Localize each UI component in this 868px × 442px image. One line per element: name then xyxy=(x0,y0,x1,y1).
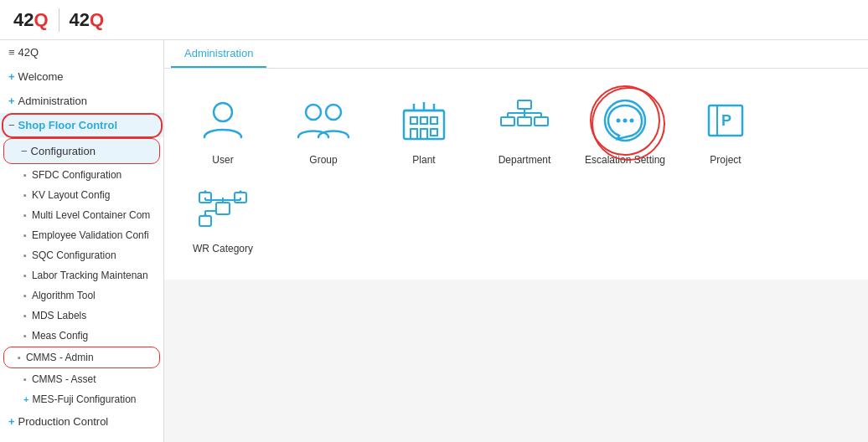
svg-rect-16 xyxy=(518,117,531,126)
sidebar-item-administration[interactable]: + Administration xyxy=(0,89,163,113)
svg-marker-31 xyxy=(203,190,208,193)
wr-category-label: WR Category xyxy=(193,243,253,254)
svg-rect-6 xyxy=(431,117,437,124)
svg-text:P: P xyxy=(721,112,731,129)
project-label: Project xyxy=(710,154,741,166)
sidebar-label-employee: Employee Validation Confi xyxy=(32,229,149,241)
sidebar: ≡ 42Q + Welcome + Administration − Shop … xyxy=(0,40,164,442)
minus-icon-shop-floor: − xyxy=(8,119,15,131)
sidebar-item-labor-tracking[interactable]: ▪ Labor Tracking Maintenan xyxy=(0,265,163,285)
icon-group[interactable]: Group xyxy=(282,94,365,166)
user-svg xyxy=(196,94,250,147)
plus-icon-mes-fuji: + xyxy=(23,394,28,404)
main-area: ≡ 42Q + Welcome + Administration − Shop … xyxy=(0,40,868,442)
sidebar-item-cmms-admin[interactable]: ▪ CMMS - Admin xyxy=(3,347,160,368)
sidebar-label-multi: Multi Level Container Com xyxy=(32,209,150,221)
sidebar-label-mes-fuji: MES-Fuji Configuration xyxy=(32,393,136,405)
sidebar-label-production: Production Control xyxy=(18,415,109,428)
svg-rect-5 xyxy=(421,117,427,124)
sidebar-label-sfdc: SFDC Configuration xyxy=(32,169,121,181)
plant-label: Plant xyxy=(412,154,435,166)
sidebar-item-sfdc-config[interactable]: ▪ SFDC Configuration xyxy=(0,165,163,185)
sidebar-label-cmms-asset: CMMS - Asset xyxy=(32,373,96,385)
icon-escalation-setting[interactable]: Escalation Setting xyxy=(583,94,667,166)
doc-icon-labor: ▪ xyxy=(23,270,27,280)
icon-department[interactable]: Department xyxy=(483,94,566,166)
svg-rect-4 xyxy=(411,117,417,124)
sidebar-item-algorithm-tool[interactable]: ▪ Algorithm Tool xyxy=(0,285,163,306)
icon-plant[interactable]: Plant xyxy=(382,94,466,166)
svg-rect-17 xyxy=(535,117,548,126)
sidebar-item-mes-fuji[interactable]: + MES-Fuji Configuration xyxy=(0,389,163,409)
svg-rect-15 xyxy=(501,117,514,126)
doc-icon-multi: ▪ xyxy=(23,210,27,220)
doc-icon-kv: ▪ xyxy=(23,190,27,200)
svg-rect-14 xyxy=(518,100,531,109)
doc-icon-cmms-admin: ▪ xyxy=(18,352,21,362)
plus-icon-welcome: + xyxy=(8,70,15,83)
logo-divider xyxy=(59,8,59,32)
sidebar-label-42q: 42Q xyxy=(18,46,39,59)
svg-point-23 xyxy=(617,119,621,123)
department-svg xyxy=(498,94,551,147)
svg-point-24 xyxy=(623,119,628,123)
svg-rect-29 xyxy=(216,203,230,214)
user-label: User xyxy=(212,154,233,166)
sidebar-item-employee-validation[interactable]: ▪ Employee Validation Confi xyxy=(0,225,163,245)
doc-icon-employee: ▪ xyxy=(23,230,27,240)
group-svg xyxy=(297,94,350,147)
svg-rect-34 xyxy=(199,216,211,226)
svg-point-2 xyxy=(326,105,341,120)
svg-point-0 xyxy=(214,103,232,121)
content-area: Administration User xyxy=(164,40,868,442)
sidebar-item-42q[interactable]: ≡ 42Q xyxy=(0,40,163,64)
sidebar-item-multi-level[interactable]: ▪ Multi Level Container Com xyxy=(0,205,163,225)
tab-bar: Administration xyxy=(164,40,868,69)
sidebar-label-sqc: SQC Configuration xyxy=(32,249,116,261)
logo-1: 42Q xyxy=(13,9,49,31)
sidebar-label-welcome: Welcome xyxy=(18,70,64,83)
sidebar-item-mds-labels[interactable]: ▪ MDS Labels xyxy=(0,306,163,326)
doc-icon-sqc: ▪ xyxy=(23,250,27,260)
minus-icon-config: − xyxy=(21,145,28,157)
sidebar-item-sqc-config[interactable]: ▪ SQC Configuration xyxy=(0,245,163,265)
sidebar-label-shop-floor: Shop Floor Control xyxy=(18,119,117,131)
tab-administration[interactable]: Administration xyxy=(171,40,266,68)
escalation-svg xyxy=(598,94,652,147)
plus-icon-production: + xyxy=(8,415,15,428)
sidebar-label-algorithm: Algorithm Tool xyxy=(32,290,96,301)
sidebar-item-cmms-asset[interactable]: ▪ CMMS - Asset xyxy=(0,369,163,389)
sidebar-item-welcome[interactable]: + Welcome xyxy=(0,64,163,89)
doc-icon-algorithm: ▪ xyxy=(23,290,27,301)
sidebar-item-meas-config[interactable]: ▪ Meas Config xyxy=(0,326,163,346)
icon-user[interactable]: User xyxy=(181,94,265,166)
sidebar-item-configuration[interactable]: − Configuration xyxy=(3,138,160,164)
sidebar-cmms-admin-wrapper: ▪ CMMS - Admin xyxy=(0,347,163,368)
sidebar-label-administration: Administration xyxy=(18,95,87,107)
doc-icon-meas: ▪ xyxy=(23,331,27,341)
admin-icons-grid: User Group xyxy=(164,69,868,280)
svg-rect-9 xyxy=(431,129,437,136)
sidebar-label-meas: Meas Config xyxy=(32,330,88,342)
sidebar-label-cmms-admin: CMMS - Admin xyxy=(26,352,94,363)
svg-marker-33 xyxy=(238,190,243,193)
hamburger-icon: ≡ xyxy=(8,46,15,59)
sidebar-item-production-control[interactable]: + Production Control xyxy=(0,409,163,434)
svg-point-1 xyxy=(306,105,321,120)
doc-icon-sfdc: ▪ xyxy=(23,170,27,180)
icon-project[interactable]: P Project xyxy=(684,94,767,166)
escalation-label: Escalation Setting xyxy=(585,154,665,166)
doc-icon-cmms-asset: ▪ xyxy=(23,374,27,384)
group-label: Group xyxy=(309,154,337,166)
sidebar-label-labor: Labor Tracking Maintenan xyxy=(32,270,148,281)
plant-svg xyxy=(397,94,451,147)
sidebar-label-mds: MDS Labels xyxy=(32,310,86,321)
doc-icon-mds: ▪ xyxy=(23,311,27,321)
svg-point-25 xyxy=(630,119,634,123)
sidebar-item-kv-layout[interactable]: ▪ KV Layout Config xyxy=(0,185,163,205)
sidebar-item-shop-floor-control[interactable]: − Shop Floor Control xyxy=(0,113,163,137)
department-label: Department xyxy=(499,154,551,166)
icon-wr-category[interactable]: WR Category xyxy=(181,182,265,254)
logo-2: 42Q xyxy=(70,9,105,31)
svg-rect-8 xyxy=(421,129,427,139)
